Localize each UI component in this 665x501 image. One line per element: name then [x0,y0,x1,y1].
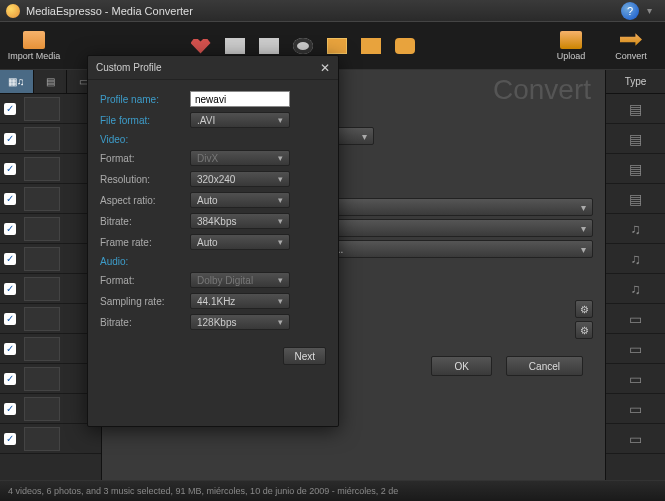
media-item[interactable]: ✓ [0,424,101,454]
checkbox-icon[interactable]: ✓ [4,373,16,385]
status-text: 4 videos, 6 photos, and 3 music selected… [8,486,398,496]
checkbox-icon[interactable]: ✓ [4,253,16,265]
audio-format-label: Format: [100,275,190,286]
titlebar: MediaEspresso - Media Converter ? ▾ [0,0,665,22]
type-icon: ▤ [606,94,665,124]
cancel-button[interactable]: Cancel [506,356,583,376]
video-format-label: Format: [100,153,190,164]
framerate-select[interactable]: Auto [190,234,290,250]
media-item[interactable]: ✓ [0,94,101,124]
checkbox-icon[interactable]: ✓ [4,313,16,325]
disc-icon[interactable] [293,38,313,54]
sampling-rate-label: Sampling rate: [100,296,190,307]
phone-icon[interactable] [259,38,279,54]
type-icon: ▭ [606,304,665,334]
media-item[interactable]: ✓ [0,184,101,214]
thumbnail [24,127,60,151]
file-format-label: File format: [100,115,190,126]
checkbox-icon[interactable]: ✓ [4,403,16,415]
video-bitrate-label: Bitrate: [100,216,190,227]
media-item[interactable]: ✓ [0,154,101,184]
checkbox-icon[interactable]: ✓ [4,223,16,235]
video-codec-select[interactable]: DivX [190,150,290,166]
type-icon: ♫ [606,214,665,244]
checkbox-icon[interactable]: ✓ [4,343,16,355]
resolution-select[interactable]: 320x240 [190,171,290,187]
media-item[interactable]: ✓ [0,124,101,154]
media-item[interactable]: ✓ [0,274,101,304]
upload-label: Upload [557,51,586,61]
upload-button[interactable]: Upload [543,26,599,66]
thumbnail [24,277,60,301]
type-icon: ▤ [606,184,665,214]
thumbnail [24,397,60,421]
type-icon: ▭ [606,364,665,394]
titlebar-menu-icon[interactable]: ▾ [647,5,659,16]
convert-button[interactable]: Convert [603,26,659,66]
media-item[interactable]: ✓ [0,214,101,244]
type-icon: ▭ [606,424,665,454]
ok-button[interactable]: OK [431,356,491,376]
device-icon-strip [181,38,425,54]
thumbnail [24,157,60,181]
import-media-button[interactable]: Import Media [6,26,62,66]
console-icon[interactable] [361,38,381,54]
video-bitrate-select[interactable]: 384Kbps [190,213,290,229]
type-header: Type [606,70,665,94]
panel-title: Convert [493,74,591,106]
pc-icon[interactable] [225,38,245,54]
filter-video-tab[interactable]: ▤ [34,70,68,93]
resolution-label: Resolution: [100,174,190,185]
audio-codec-select[interactable]: Dolby Digital [190,272,290,288]
file-format-select[interactable]: .AVI [190,112,290,128]
type-icon: ♫ [606,274,665,304]
close-icon[interactable]: ✕ [320,61,330,75]
checkbox-icon[interactable]: ✓ [4,433,16,445]
thumbnail [24,97,60,121]
aspect-ratio-label: Aspect ratio: [100,195,190,206]
upload-icon [560,31,582,49]
audio-section-label: Audio: [100,256,326,267]
window-title: MediaEspresso - Media Converter [26,5,193,17]
media-item[interactable]: ✓ [0,304,101,334]
type-icon: ▤ [606,124,665,154]
type-icon: ▤ [606,154,665,184]
thumbnail [24,337,60,361]
filter-all-tab[interactable]: ▦♫ [0,70,34,93]
checkbox-icon[interactable]: ✓ [4,133,16,145]
hw-settings-button[interactable]: ⚙ [575,300,593,318]
profile-name-label: Profile name: [100,94,190,105]
next-button[interactable]: Next [283,347,326,365]
custom-profile-dialog: Custom Profile ✕ Profile name:newavi Fil… [87,55,339,427]
checkbox-icon[interactable]: ✓ [4,163,16,175]
media-item[interactable]: ✓ [0,364,101,394]
aspect-ratio-select[interactable]: Auto [190,192,290,208]
checkbox-icon[interactable]: ✓ [4,193,16,205]
tablet-icon[interactable] [327,38,347,54]
media-item[interactable]: ✓ [0,334,101,364]
media-item[interactable]: ✓ [0,394,101,424]
dialog-title: Custom Profile [96,62,162,73]
type-icon: ▭ [606,394,665,424]
video-section-label: Video: [100,134,326,145]
thumbnail [24,307,60,331]
convert-label: Convert [615,51,647,61]
audio-bitrate-label: Bitrate: [100,317,190,328]
filter-tabs: ▦♫ ▤ ▭ [0,70,101,94]
profile-name-input[interactable]: newavi [190,91,290,107]
gamepad-icon[interactable] [395,38,415,54]
checkbox-icon[interactable]: ✓ [4,283,16,295]
truetheater-settings-button[interactable]: ⚙ [575,321,593,339]
help-icon[interactable]: ? [621,2,639,20]
thumbnail [24,187,60,211]
favorite-icon[interactable] [191,38,211,54]
checkbox-icon[interactable]: ✓ [4,103,16,115]
app-logo-icon [6,4,20,18]
framerate-label: Frame rate: [100,237,190,248]
audio-bitrate-select[interactable]: 128Kbps [190,314,290,330]
type-icon: ▭ [606,334,665,364]
media-item[interactable]: ✓ [0,244,101,274]
thumbnail [24,367,60,391]
sampling-rate-select[interactable]: 44.1KHz [190,293,290,309]
thumbnail [24,247,60,271]
